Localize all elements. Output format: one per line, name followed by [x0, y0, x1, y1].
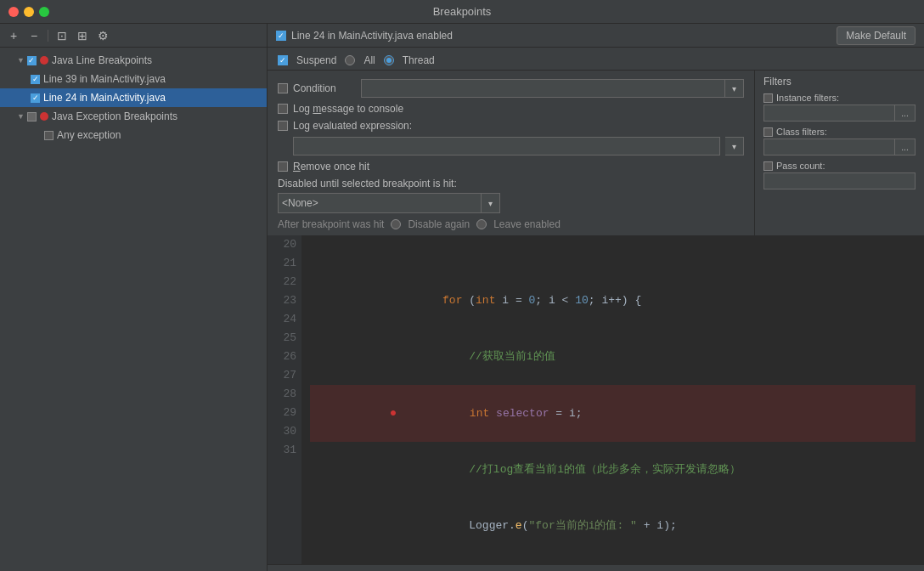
class-filters-row: Class filters:: [763, 127, 916, 137]
condition-input[interactable]: [361, 79, 725, 98]
after-bp-row: After breakpoint was hit Disable again L…: [278, 218, 744, 230]
checkbox-java-exception-bp[interactable]: [27, 112, 37, 122]
all-radio[interactable]: [345, 55, 355, 65]
instance-filters-dots-button[interactable]: ...: [895, 105, 916, 122]
condition-section: Condition ▾: [278, 79, 744, 98]
tree-item-line24[interactable]: ✓ Line 24 in MainActivity.java: [0, 88, 267, 107]
code-line-25: //打log查看当前i的值（此步多余，实际开发请忽略）: [310, 442, 916, 498]
checkbox-line24[interactable]: ✓: [31, 93, 40, 103]
tree-label-java-line-bp: Java Line Breakpoints: [52, 54, 152, 66]
disable-again-radio[interactable]: [391, 219, 401, 229]
remove-breakpoint-button[interactable]: −: [25, 27, 42, 44]
log-message-label: Log message to console: [293, 103, 403, 115]
code-lines: for (int i = 0; i < 10; i++) { //获取当前i的值…: [301, 235, 924, 564]
disabled-until-section: Disabled until selected breakpoint is hi…: [278, 178, 744, 213]
options-filters-layout: Condition ▾ Log message to console Log e…: [268, 71, 924, 235]
code-line-21: [310, 254, 916, 273]
pass-count-input[interactable]: [763, 172, 916, 189]
log-eval-dropdown-arrow[interactable]: ▾: [725, 137, 744, 155]
main-container: + − ⊡ ⊞ ⚙ ▼ ✓ Java Line Breakpoints ✓ Li…: [0, 24, 924, 571]
checkbox-any-exception[interactable]: [44, 131, 54, 140]
tree-label-java-exception-bp: Java Exception Breakpoints: [52, 110, 177, 122]
pass-count-row: Pass count:: [763, 161, 916, 171]
left-toolbar: + − ⊡ ⊞ ⚙: [0, 24, 267, 48]
settings-button[interactable]: ⚙: [94, 27, 111, 44]
expand-button[interactable]: ⊞: [74, 27, 91, 44]
after-bp-label: After breakpoint was hit: [278, 218, 384, 230]
log-message-row: Log message to console: [278, 103, 744, 115]
line-numbers: 20 21 22 23 24 25 26 27 28 29 30 31: [268, 235, 301, 564]
suspend-label: Suspend: [296, 54, 336, 66]
code-line-24: ● int selector = i;: [310, 385, 916, 442]
checkbox-line39[interactable]: ✓: [31, 75, 40, 84]
main-options: Condition ▾ Log message to console Log e…: [268, 71, 754, 235]
titlebar: Breakpoints: [0, 0, 924, 24]
tree-label-any-exception: Any exception: [57, 129, 121, 141]
class-filters-label: Class filters:: [776, 127, 827, 137]
log-eval-input[interactable]: [293, 137, 720, 155]
instance-filters-input-row: ...: [763, 105, 916, 122]
checkbox-java-line-bp[interactable]: ✓: [27, 56, 37, 65]
code-line-22: for (int i = 0; i < 10; i++) {: [310, 273, 916, 329]
log-eval-checkbox[interactable]: [278, 121, 288, 131]
bp-header-checkbox[interactable]: ✓: [276, 31, 286, 41]
group-button[interactable]: ⊡: [54, 27, 70, 44]
class-filters-dots-button[interactable]: ...: [895, 139, 916, 155]
log-eval-input-row: ▾: [278, 137, 744, 155]
disable-again-label: Disable again: [408, 218, 470, 230]
remove-once-hit-label: Remove once hit: [293, 161, 369, 172]
disabled-until-select[interactable]: <None>: [278, 193, 482, 213]
pass-count-input-row: [763, 172, 916, 189]
leave-enabled-label: Leave enabled: [493, 218, 561, 230]
condition-dropdown-arrow[interactable]: ▾: [725, 79, 744, 98]
disabled-until-value: <None>: [282, 197, 318, 209]
toolbar-separator: [48, 30, 48, 42]
condition-label: Condition: [293, 82, 361, 94]
class-filters-checkbox[interactable]: [763, 127, 773, 137]
filters-panel: Filters Instance filters: ... Class filt…: [754, 71, 924, 235]
bp-header: ✓ Line 24 in MainActivity.java enabled M…: [268, 24, 924, 48]
tree-label-line39: Line 39 in MainActivity.java: [43, 73, 166, 85]
log-message-checkbox[interactable]: [278, 104, 288, 114]
close-button[interactable]: [8, 7, 19, 17]
pass-count-checkbox[interactable]: [763, 161, 773, 171]
condition-checkbox[interactable]: [278, 83, 288, 93]
thread-radio[interactable]: [384, 55, 394, 65]
code-line-20: [310, 235, 916, 254]
minimize-button[interactable]: [24, 7, 34, 17]
add-breakpoint-button[interactable]: +: [5, 27, 22, 44]
instance-filters-checkbox[interactable]: [763, 93, 773, 103]
leave-enabled-radio[interactable]: [476, 219, 487, 229]
log-eval-label: Log evaluated expression:: [293, 120, 412, 132]
all-label: All: [363, 54, 375, 66]
tree-item-java-exception-bp[interactable]: ▼ Java Exception Breakpoints: [0, 107, 267, 126]
code-editor: 20 21 22 23 24 25 26 27 28 29 30 31: [268, 235, 924, 571]
disabled-until-row: <None> ▾: [278, 193, 744, 213]
filters-title: Filters: [763, 76, 916, 88]
make-default-button[interactable]: Make Default: [837, 26, 916, 45]
class-filters-input-row: ...: [763, 139, 916, 155]
class-filters-input[interactable]: [763, 139, 895, 155]
code-line-27: //调用方法: [310, 554, 916, 564]
window-title: Breakpoints: [433, 5, 492, 18]
thread-label: Thread: [403, 54, 435, 66]
instance-filters-label: Instance filters:: [776, 93, 839, 103]
tree-item-any-exception[interactable]: Any exception: [0, 126, 267, 144]
code-scrollbar[interactable]: [268, 564, 924, 571]
remove-once-hit-checkbox[interactable]: [278, 161, 288, 172]
right-panel: ✓ Line 24 in MainActivity.java enabled M…: [268, 24, 924, 571]
tree-item-java-line-bp[interactable]: ▼ ✓ Java Line Breakpoints: [0, 51, 267, 70]
maximize-button[interactable]: [39, 7, 49, 17]
code-content: 20 21 22 23 24 25 26 27 28 29 30 31: [268, 235, 924, 564]
pass-count-label: Pass count:: [776, 161, 825, 171]
suspend-checkbox[interactable]: ✓: [278, 55, 288, 65]
breakpoints-tree: ▼ ✓ Java Line Breakpoints ✓ Line 39 in M…: [0, 48, 267, 571]
tree-item-line39[interactable]: ✓ Line 39 in MainActivity.java: [0, 70, 267, 88]
log-eval-row: Log evaluated expression:: [278, 120, 744, 132]
instance-filters-row: Instance filters:: [763, 93, 916, 103]
disabled-until-dropdown-arrow[interactable]: ▾: [482, 193, 500, 213]
disabled-until-label: Disabled until selected breakpoint is hi…: [278, 178, 744, 189]
window-controls: [8, 7, 49, 17]
tree-label-line24: Line 24 in MainActivity.java: [43, 92, 166, 104]
instance-filters-input[interactable]: [763, 105, 895, 122]
